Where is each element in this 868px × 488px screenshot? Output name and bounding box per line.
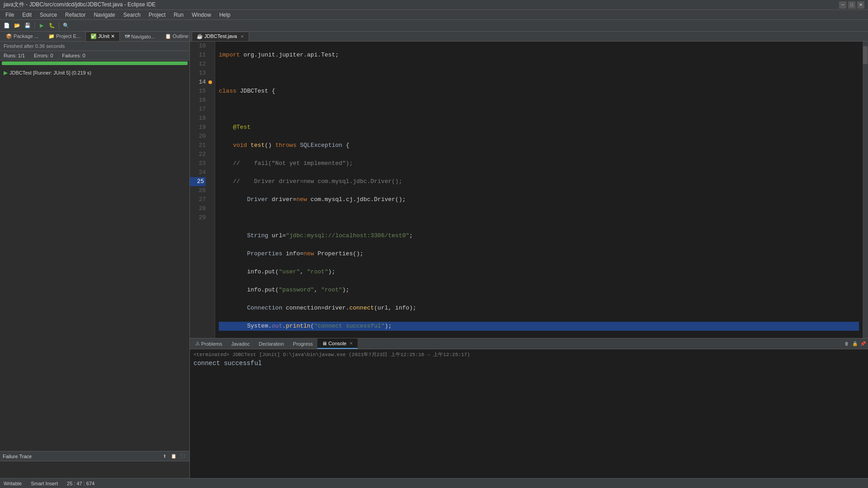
bottom-panel: ⚠ Problems Javadoc Declaration Progress … xyxy=(190,338,868,478)
console-output-text: connect successful xyxy=(193,360,864,367)
menu-window[interactable]: Window xyxy=(188,11,215,19)
left-panel-tabs: 📦 Package ... 📁 Project E... ✅ JUnit ✕ 🗺… xyxy=(0,32,189,42)
title-bar-controls: ─ □ ✕ xyxy=(839,1,864,9)
console-terminated-line: <terminated> JDBCTest [JUnit] D:\java\bi… xyxy=(193,351,864,358)
console-label: Console xyxy=(328,341,346,346)
progress-bar-container xyxy=(2,61,188,65)
title-bar-title: java文件 - JDBC/src/com/dcd/jdbc/JDBCTest.… xyxy=(4,1,156,9)
tab-close-icon[interactable]: ✕ xyxy=(241,34,244,39)
failure-trace-label: Failure Trace xyxy=(3,454,32,459)
tab-navigator[interactable]: 🗺 Navigato... xyxy=(120,32,160,41)
tab-outline[interactable]: 📋 Outline xyxy=(160,32,193,41)
menu-bar: File Edit Source Refactor Navigate Searc… xyxy=(0,10,868,20)
toolbar-new[interactable]: 📄 xyxy=(2,21,12,31)
menu-search[interactable]: Search xyxy=(120,11,144,19)
toolbar-debug[interactable]: 🐛 xyxy=(47,21,57,31)
left-panel: 📦 Package ... 📁 Project E... ✅ JUnit ✕ 🗺… xyxy=(0,32,190,478)
junit-info-row: Runs: 1/1 Errors: 0 Failures: 0 xyxy=(0,51,189,61)
javadoc-label: Javadoc xyxy=(231,341,250,347)
menu-help[interactable]: Help xyxy=(216,11,234,19)
menu-navigate[interactable]: Navigate xyxy=(90,11,118,19)
right-panel: ☕ JDBCTest.java ✕ 10 11 12 13 14 15 16 1… xyxy=(190,32,868,478)
console-output-area: <terminated> JDBCTest [JUnit] D:\java\bi… xyxy=(190,349,868,478)
toolbar-run[interactable]: ▶ xyxy=(37,21,47,31)
progress-label: Progress xyxy=(293,341,313,347)
console-close-icon[interactable]: ✕ xyxy=(349,341,353,346)
test-tree: ▶ JDBCTest [Runner: JUnit 5] (0.219 s) xyxy=(0,67,189,451)
scrollbar-thumb[interactable] xyxy=(863,46,868,64)
status-smart-insert: Smart Insert xyxy=(31,481,58,486)
tab-package-explorer[interactable]: 📦 Package ... xyxy=(1,32,43,41)
failure-trace-btn3[interactable]: ⬛ xyxy=(179,452,187,460)
tab-declaration[interactable]: Declaration xyxy=(254,338,288,349)
failure-trace-btn1[interactable]: ⬆ xyxy=(160,452,169,460)
problems-label: Problems xyxy=(201,341,222,347)
failure-trace-content xyxy=(0,461,189,465)
menu-edit[interactable]: Edit xyxy=(19,11,35,19)
status-position: 25 : 47 : 674 xyxy=(67,481,94,486)
junit-status: Finished after 0.36 seconds xyxy=(0,42,189,51)
junit-runs: Runs: 1/1 xyxy=(4,53,25,58)
junit-panel: Finished after 0.36 seconds Runs: 1/1 Er… xyxy=(0,42,189,478)
tab-project-explorer[interactable]: 📁 Project E... xyxy=(43,32,85,41)
menu-refactor[interactable]: Refactor xyxy=(61,11,89,19)
menu-run[interactable]: Run xyxy=(170,11,187,19)
declaration-label: Declaration xyxy=(259,341,284,347)
toolbar-save[interactable]: 💾 xyxy=(23,21,33,31)
bottom-tabs-row: ⚠ Problems Javadoc Declaration Progress … xyxy=(190,338,868,349)
close-button[interactable]: ✕ xyxy=(857,1,864,9)
failure-trace-header: Failure Trace ⬆ 📋 ⬛ xyxy=(0,451,189,461)
code-editor-area: 10 11 12 13 14 15 16 17 18 19 20 21 22 2… xyxy=(190,42,868,338)
toolbar: 📄 📂 💾 ▶ 🐛 🔍 xyxy=(0,20,868,32)
tab-jdbctest-java[interactable]: ☕ JDBCTest.java ✕ xyxy=(192,32,249,41)
minimize-button[interactable]: ─ xyxy=(839,1,846,9)
maximize-button[interactable]: □ xyxy=(848,1,855,9)
console-pin[interactable]: 📌 xyxy=(859,340,867,348)
progress-bar-bg xyxy=(2,61,188,65)
test-item-label: JDBCTest [Runner: JUnit 5] (0.219 s) xyxy=(9,70,91,75)
vertical-scrollbar[interactable] xyxy=(863,42,868,338)
console-icon: 🖥 xyxy=(322,341,327,346)
tab-junit[interactable]: ✅ JUnit ✕ xyxy=(85,32,120,41)
test-item-jdbctest[interactable]: ▶ JDBCTest [Runner: JUnit 5] (0.219 s) xyxy=(2,69,188,77)
gutter-markers xyxy=(208,42,215,338)
problems-icon: ⚠ xyxy=(195,341,200,347)
code-content[interactable]: import org.junit.jupiter.api.Test; class… xyxy=(215,42,863,338)
progress-bar-fill xyxy=(2,61,188,65)
line-numbers: 10 11 12 13 14 15 16 17 18 19 20 21 22 2… xyxy=(190,42,208,338)
editor-tabs-row: ☕ JDBCTest.java ✕ xyxy=(190,32,868,42)
console-clear-btn[interactable]: 🗑 xyxy=(843,340,851,348)
menu-project[interactable]: Project xyxy=(145,11,169,19)
menu-file[interactable]: File xyxy=(2,11,18,19)
tab-progress[interactable]: Progress xyxy=(288,338,317,349)
test-pass-icon: ▶ xyxy=(4,70,8,76)
toolbar-open[interactable]: 📂 xyxy=(12,21,22,31)
tab-problems[interactable]: ⚠ Problems xyxy=(191,338,226,349)
status-bar: Writable Smart Insert 25 : 47 : 674 xyxy=(0,478,868,488)
failure-trace-btn2[interactable]: 📋 xyxy=(170,452,178,460)
junit-failures: Failures: 0 xyxy=(62,53,85,58)
menu-source[interactable]: Source xyxy=(36,11,61,19)
tab-console[interactable]: 🖥 Console ✕ xyxy=(317,338,358,349)
console-toolbar: 🗑 🔒 📌 xyxy=(843,338,867,349)
tab-javadoc[interactable]: Javadoc xyxy=(226,338,254,349)
console-scroll-lock[interactable]: 🔒 xyxy=(851,340,859,348)
line-gutter: 10 11 12 13 14 15 16 17 18 19 20 21 22 2… xyxy=(190,42,215,338)
status-writable: Writable xyxy=(4,481,22,486)
failure-trace-controls: ⬆ 📋 ⬛ xyxy=(160,452,187,460)
toolbar-search[interactable]: 🔍 xyxy=(61,21,71,31)
failure-trace-panel: Failure Trace ⬆ 📋 ⬛ xyxy=(0,451,189,478)
title-bar: java文件 - JDBC/src/com/dcd/jdbc/JDBCTest.… xyxy=(0,0,868,10)
junit-errors: Errors: 0 xyxy=(34,53,53,58)
